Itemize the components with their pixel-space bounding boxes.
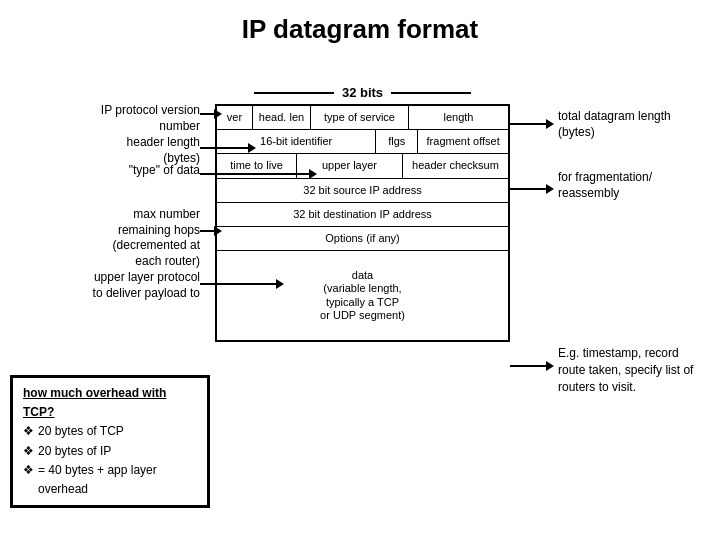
table-row-7: data (variable length, typically a TCP o… (217, 251, 508, 340)
ip-datagram-table: 32 bits ver head. len type of service le… (215, 85, 510, 342)
label-header-length: header length (bytes) (10, 135, 200, 166)
cell-flgs: flgs (376, 130, 418, 153)
label-type-of-data: "type" of data (10, 163, 200, 179)
bits-line-right (391, 92, 471, 94)
cell-options: Options (if any) (217, 227, 508, 250)
cell-dest-ip: 32 bit destination IP address (217, 203, 508, 226)
arrow-type-service (200, 173, 311, 175)
arrow-header-length (200, 147, 250, 149)
cell-data: data (variable length, typically a TCP o… (217, 251, 508, 340)
arrow-upper-layer (200, 283, 278, 285)
arrow-remaining-hops (200, 230, 216, 232)
bits-label: 32 bits (342, 85, 383, 100)
arrow-frag (510, 188, 548, 190)
table-row-2: 16-bit identifier flgs fragment offset (217, 130, 508, 154)
arrow-options (510, 365, 548, 367)
bits-label-bar: 32 bits (215, 85, 510, 100)
cell-length: length (409, 106, 508, 129)
page-title: IP datagram format (0, 0, 720, 55)
bullet-total: ❖ = 40 bytes + app layer overhead (23, 461, 197, 499)
arrow-version (200, 113, 216, 115)
cell-fragment-offset: fragment offset (418, 130, 508, 153)
label-upper-layer-protocol: upper layer protocol to deliver payload … (10, 270, 200, 301)
cell-type-of-service: type of service (311, 106, 409, 129)
table-row-4: 32 bit source IP address (217, 179, 508, 203)
label-total-datagram: total datagram length (bytes) (558, 109, 706, 140)
bullet-tcp: ❖ 20 bytes of TCP (23, 422, 197, 441)
cell-source-ip: 32 bit source IP address (217, 179, 508, 202)
label-remaining-hops: max number remaining hops (decremented a… (10, 207, 200, 269)
datagram-table-box: ver head. len type of service length 16-… (215, 104, 510, 342)
label-eg-timestamp: E.g. timestamp, record route taken, spec… (558, 345, 706, 395)
bits-line-left (254, 92, 334, 94)
table-row-6: Options (if any) (217, 227, 508, 251)
cell-16bit-identifier: 16-bit identifier (217, 130, 376, 153)
label-fragmentation: for fragmentation/ reassembly (558, 170, 706, 201)
table-row-5: 32 bit destination IP address (217, 203, 508, 227)
cell-head-len: head. len (253, 106, 311, 129)
how-much-overhead-box: how much overhead with TCP? ❖ 20 bytes o… (10, 375, 210, 508)
cell-header-checksum: header checksum (403, 154, 508, 177)
table-row-1: ver head. len type of service length (217, 106, 508, 130)
arrow-total-length (510, 123, 548, 125)
label-ip-version: IP protocol version number (10, 103, 200, 134)
bullet-ip: ❖ 20 bytes of IP (23, 442, 197, 461)
cell-ver: ver (217, 106, 253, 129)
how-much-title: how much overhead with TCP? (23, 384, 197, 422)
